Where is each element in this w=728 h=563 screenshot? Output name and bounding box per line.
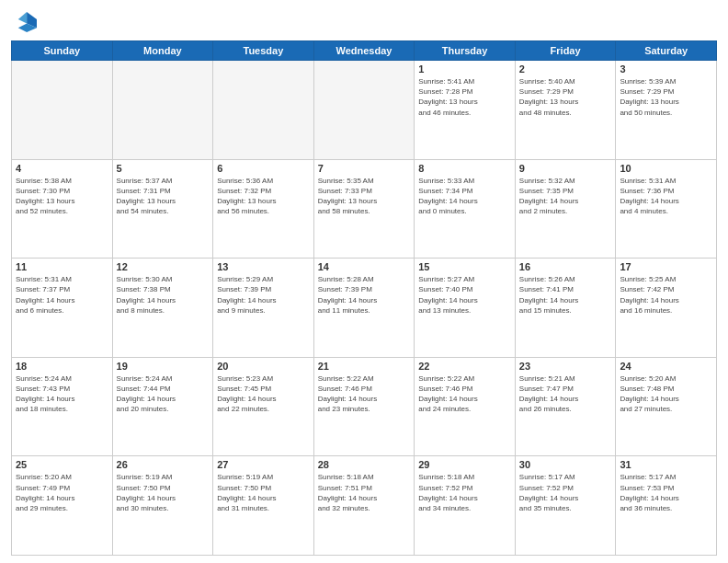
day-number: 7 xyxy=(318,163,411,174)
day-info: Sunrise: 5:36 AM Sunset: 7:32 PM Dayligh… xyxy=(217,176,310,217)
calendar-cell: 18Sunrise: 5:24 AM Sunset: 7:43 PM Dayli… xyxy=(12,357,113,456)
calendar-cell: 3Sunrise: 5:39 AM Sunset: 7:29 PM Daylig… xyxy=(616,61,717,160)
day-info: Sunrise: 5:24 AM Sunset: 7:44 PM Dayligh… xyxy=(117,373,210,415)
calendar-cell: 27Sunrise: 5:19 AM Sunset: 7:50 PM Dayli… xyxy=(213,456,314,556)
calendar-week-2: 11Sunrise: 5:31 AM Sunset: 7:37 PM Dayli… xyxy=(12,259,717,358)
calendar-cell xyxy=(313,61,415,160)
calendar-cell: 5Sunrise: 5:37 AM Sunset: 7:31 PM Daylig… xyxy=(112,159,213,259)
day-header-monday: Monday xyxy=(112,41,213,61)
calendar-table: SundayMondayTuesdayWednesdayThursdayFrid… xyxy=(11,40,717,556)
day-info: Sunrise: 5:25 AM Sunset: 7:42 PM Dayligh… xyxy=(620,274,712,316)
day-info: Sunrise: 5:20 AM Sunset: 7:49 PM Dayligh… xyxy=(16,472,108,513)
day-number: 17 xyxy=(620,261,712,272)
logo-icon xyxy=(11,9,37,35)
day-info: Sunrise: 5:29 AM Sunset: 7:39 PM Dayligh… xyxy=(217,274,310,316)
day-number: 31 xyxy=(620,459,712,470)
calendar-cell: 15Sunrise: 5:27 AM Sunset: 7:40 PM Dayli… xyxy=(415,259,516,358)
calendar-week-3: 18Sunrise: 5:24 AM Sunset: 7:43 PM Dayli… xyxy=(12,357,717,456)
calendar-cell: 26Sunrise: 5:19 AM Sunset: 7:50 PM Dayli… xyxy=(112,456,213,556)
calendar-cell: 30Sunrise: 5:17 AM Sunset: 7:52 PM Dayli… xyxy=(515,456,616,556)
day-number: 8 xyxy=(418,163,511,174)
day-info: Sunrise: 5:28 AM Sunset: 7:39 PM Dayligh… xyxy=(318,274,411,316)
calendar-cell: 28Sunrise: 5:18 AM Sunset: 7:51 PM Dayli… xyxy=(313,456,415,556)
calendar-cell: 16Sunrise: 5:26 AM Sunset: 7:41 PM Dayli… xyxy=(515,259,616,358)
day-info: Sunrise: 5:20 AM Sunset: 7:48 PM Dayligh… xyxy=(620,373,712,415)
day-number: 5 xyxy=(117,163,210,174)
day-number: 6 xyxy=(217,163,310,174)
day-number: 27 xyxy=(217,459,310,470)
day-header-saturday: Saturday xyxy=(616,41,717,61)
day-info: Sunrise: 5:35 AM Sunset: 7:33 PM Dayligh… xyxy=(318,176,411,217)
day-info: Sunrise: 5:19 AM Sunset: 7:50 PM Dayligh… xyxy=(117,472,210,513)
day-info: Sunrise: 5:21 AM Sunset: 7:47 PM Dayligh… xyxy=(519,373,612,415)
calendar-cell: 25Sunrise: 5:20 AM Sunset: 7:49 PM Dayli… xyxy=(12,456,113,556)
day-header-tuesday: Tuesday xyxy=(213,41,314,61)
day-number: 24 xyxy=(620,361,712,372)
calendar-cell: 13Sunrise: 5:29 AM Sunset: 7:39 PM Dayli… xyxy=(213,259,314,358)
day-number: 30 xyxy=(519,459,612,470)
calendar-cell: 1Sunrise: 5:41 AM Sunset: 7:28 PM Daylig… xyxy=(415,61,516,160)
day-info: Sunrise: 5:17 AM Sunset: 7:52 PM Dayligh… xyxy=(519,472,612,513)
calendar-cell: 24Sunrise: 5:20 AM Sunset: 7:48 PM Dayli… xyxy=(616,357,717,456)
day-number: 2 xyxy=(519,63,612,75)
calendar-cell: 6Sunrise: 5:36 AM Sunset: 7:32 PM Daylig… xyxy=(213,159,314,259)
day-info: Sunrise: 5:39 AM Sunset: 7:29 PM Dayligh… xyxy=(620,76,712,118)
day-number: 14 xyxy=(318,261,411,272)
day-number: 10 xyxy=(620,163,712,174)
calendar-cell: 22Sunrise: 5:22 AM Sunset: 7:46 PM Dayli… xyxy=(415,357,516,456)
day-info: Sunrise: 5:41 AM Sunset: 7:28 PM Dayligh… xyxy=(418,76,511,118)
calendar-cell xyxy=(12,61,113,160)
calendar-cell: 11Sunrise: 5:31 AM Sunset: 7:37 PM Dayli… xyxy=(12,259,113,358)
day-header-sunday: Sunday xyxy=(12,41,113,61)
day-number: 12 xyxy=(117,261,210,272)
day-number: 25 xyxy=(16,459,108,470)
day-info: Sunrise: 5:37 AM Sunset: 7:31 PM Dayligh… xyxy=(117,176,210,217)
day-info: Sunrise: 5:18 AM Sunset: 7:52 PM Dayligh… xyxy=(418,472,511,513)
day-header-wednesday: Wednesday xyxy=(313,41,415,61)
day-info: Sunrise: 5:24 AM Sunset: 7:43 PM Dayligh… xyxy=(16,373,108,415)
calendar-cell: 10Sunrise: 5:31 AM Sunset: 7:36 PM Dayli… xyxy=(616,159,717,259)
day-number: 3 xyxy=(620,63,712,75)
calendar-cell: 7Sunrise: 5:35 AM Sunset: 7:33 PM Daylig… xyxy=(313,159,415,259)
day-info: Sunrise: 5:33 AM Sunset: 7:34 PM Dayligh… xyxy=(418,176,511,217)
page: SundayMondayTuesdayWednesdayThursdayFrid… xyxy=(0,0,728,563)
day-number: 13 xyxy=(217,261,310,272)
calendar-cell: 4Sunrise: 5:38 AM Sunset: 7:30 PM Daylig… xyxy=(12,159,113,259)
calendar-week-1: 4Sunrise: 5:38 AM Sunset: 7:30 PM Daylig… xyxy=(12,159,717,259)
calendar-cell: 9Sunrise: 5:32 AM Sunset: 7:35 PM Daylig… xyxy=(515,159,616,259)
calendar-cell xyxy=(112,61,213,160)
day-info: Sunrise: 5:22 AM Sunset: 7:46 PM Dayligh… xyxy=(318,373,411,415)
day-number: 11 xyxy=(16,261,108,272)
day-number: 9 xyxy=(519,163,612,174)
calendar-week-4: 25Sunrise: 5:20 AM Sunset: 7:49 PM Dayli… xyxy=(12,456,717,556)
calendar-cell: 2Sunrise: 5:40 AM Sunset: 7:29 PM Daylig… xyxy=(515,61,616,160)
day-header-thursday: Thursday xyxy=(415,41,516,61)
day-info: Sunrise: 5:26 AM Sunset: 7:41 PM Dayligh… xyxy=(519,274,612,316)
calendar-header-row: SundayMondayTuesdayWednesdayThursdayFrid… xyxy=(12,41,717,61)
calendar-cell xyxy=(213,61,314,160)
day-info: Sunrise: 5:17 AM Sunset: 7:53 PM Dayligh… xyxy=(620,472,712,513)
calendar-cell: 17Sunrise: 5:25 AM Sunset: 7:42 PM Dayli… xyxy=(616,259,717,358)
logo xyxy=(11,9,40,35)
day-info: Sunrise: 5:27 AM Sunset: 7:40 PM Dayligh… xyxy=(418,274,511,316)
day-number: 28 xyxy=(318,459,411,470)
day-info: Sunrise: 5:31 AM Sunset: 7:37 PM Dayligh… xyxy=(16,274,108,316)
day-number: 22 xyxy=(418,361,511,372)
calendar-cell: 8Sunrise: 5:33 AM Sunset: 7:34 PM Daylig… xyxy=(415,159,516,259)
day-info: Sunrise: 5:18 AM Sunset: 7:51 PM Dayligh… xyxy=(318,472,411,513)
calendar-cell: 20Sunrise: 5:23 AM Sunset: 7:45 PM Dayli… xyxy=(213,357,314,456)
day-info: Sunrise: 5:23 AM Sunset: 7:45 PM Dayligh… xyxy=(217,373,310,415)
day-header-friday: Friday xyxy=(515,41,616,61)
day-info: Sunrise: 5:19 AM Sunset: 7:50 PM Dayligh… xyxy=(217,472,310,513)
calendar-cell: 12Sunrise: 5:30 AM Sunset: 7:38 PM Dayli… xyxy=(112,259,213,358)
day-info: Sunrise: 5:40 AM Sunset: 7:29 PM Dayligh… xyxy=(519,76,612,118)
day-info: Sunrise: 5:31 AM Sunset: 7:36 PM Dayligh… xyxy=(620,176,712,217)
header xyxy=(11,9,717,35)
day-number: 23 xyxy=(519,361,612,372)
day-number: 26 xyxy=(117,459,210,470)
day-number: 15 xyxy=(418,261,511,272)
day-info: Sunrise: 5:30 AM Sunset: 7:38 PM Dayligh… xyxy=(117,274,210,316)
day-info: Sunrise: 5:22 AM Sunset: 7:46 PM Dayligh… xyxy=(418,373,511,415)
day-info: Sunrise: 5:38 AM Sunset: 7:30 PM Dayligh… xyxy=(16,176,108,217)
day-number: 1 xyxy=(418,63,511,75)
